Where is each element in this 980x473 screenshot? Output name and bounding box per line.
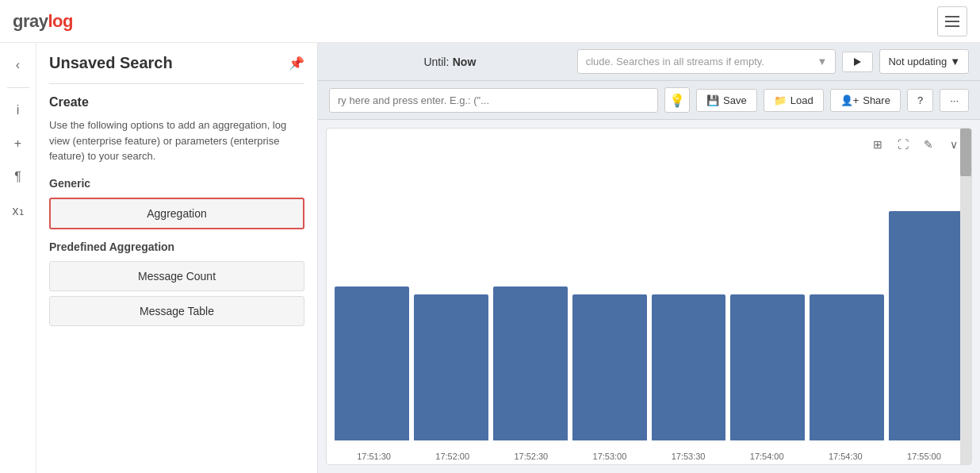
predefined-label: Predefined Aggregation [49,240,304,253]
x-axis-label: 17:52:30 [514,452,548,461]
navbar: graylog [0,0,980,43]
chart-bar [810,294,884,440]
x-axis-label: 17:54:00 [750,452,784,461]
bar-wrapper [889,160,963,440]
create-heading: Create [49,95,304,110]
scrollbar-right[interactable] [960,129,971,464]
chart-expand-button[interactable]: ⊞ [868,135,887,154]
chart-bar [572,294,647,440]
sidebar-title-text: Unsaved Search [49,54,173,72]
x-axis-label: 17:55:00 [907,452,941,461]
create-description: Use the following options to add an aggr… [49,117,304,164]
chart-area [335,160,963,440]
until-label: Until: [423,56,449,68]
chart-bar [652,294,726,440]
sidebar-panel: Unsaved Search 📌 Create Use the followin… [36,43,318,473]
back-button[interactable]: ‹ [4,51,33,79]
icon-bar-divider [7,87,29,88]
chart-edit-button[interactable]: ✎ [919,135,938,154]
add-button[interactable]: + [4,129,33,158]
pin-icon: 📌 [289,56,304,71]
chart-bar [414,294,488,440]
share-icon: 👤+ [840,94,859,106]
brand-log-text: log [48,11,73,32]
chart-bar [889,211,963,440]
more-label: ··· [950,94,959,106]
chart-toolbar: ⊞ ⛶ ✎ ∨ [868,135,963,154]
chart-bar [335,286,409,440]
info-button[interactable]: i [4,96,33,125]
hamburger-line-3 [945,25,959,27]
not-updating-button[interactable]: Not updating ▼ [879,49,969,74]
more-button[interactable]: ··· [940,89,969,112]
save-label: Save [723,94,747,106]
bulb-button[interactable]: 💡 [664,87,690,113]
streams-chevron-icon: ▼ [817,56,828,67]
chart-container: ⊞ ⛶ ✎ ∨ 17:51:3017:52:0017:52:3017:53:00… [326,128,972,465]
play-icon [854,58,861,66]
bar-wrapper [572,160,647,440]
generic-label: Generic [49,177,304,190]
hamburger-line-2 [945,21,959,22]
save-icon: 💾 [706,94,719,106]
save-button[interactable]: 💾 Save [696,89,757,112]
chart-bar [730,294,805,440]
x-axis-label: 17:53:00 [593,452,627,461]
bar-wrapper [652,160,726,440]
scrollbar-thumb [960,129,971,176]
x-axis-label: 17:52:00 [435,452,469,461]
load-button[interactable]: 📁 Load [764,89,824,112]
paragraph-button[interactable]: ¶ [4,163,33,191]
icon-bar: ‹ i + ¶ x₁ [0,43,36,473]
subscript-button[interactable]: x₁ [4,196,33,225]
hamburger-button[interactable] [937,6,967,37]
share-button[interactable]: 👤+ Share [830,89,901,112]
x-axis-label: 17:53:30 [672,452,706,461]
message-table-button[interactable]: Message Table [49,296,304,326]
main-layout: ‹ i + ¶ x₁ Unsaved Search 📌 Create Use t… [0,43,980,473]
chart-x-axis: 17:51:3017:52:0017:52:3017:53:0017:53:30… [335,452,963,461]
sidebar-title-row: Unsaved Search 📌 [49,54,304,72]
not-updating-label: Not updating [888,56,947,67]
search-header-bar: Until: Now clude. Searches in all stream… [318,43,980,81]
content-area: Until: Now clude. Searches in all stream… [318,43,980,473]
hamburger-line-1 [945,16,959,17]
help-button[interactable]: ? [907,89,933,112]
run-button[interactable] [842,52,873,72]
load-icon: 📁 [774,94,787,106]
load-label: Load [791,94,813,106]
search-bar: 💡 💾 Save 📁 Load 👤+ Share ? ··· [318,81,980,120]
chart-bar [493,286,568,440]
help-label: ? [917,94,923,106]
query-input[interactable] [329,88,658,113]
until-value: Now [453,56,477,68]
x-axis-label: 17:51:30 [357,452,391,461]
bar-wrapper [810,160,884,440]
streams-placeholder-text: clude. Searches in all streams if empty. [586,56,764,67]
x-axis-label: 17:54:30 [829,452,863,461]
chart-fullscreen-button[interactable]: ⛶ [894,135,913,154]
bar-wrapper [730,160,805,440]
aggregation-button[interactable]: Aggregation [49,198,304,229]
bar-wrapper [493,160,568,440]
streams-dropdown[interactable]: clude. Searches in all streams if empty.… [577,49,836,74]
brand-logo: graylog [13,11,73,32]
sidebar-divider [49,83,304,84]
bar-wrapper [335,160,409,440]
brand-gray-text: gray [13,11,48,32]
message-count-button[interactable]: Message Count [49,261,304,291]
bar-wrapper [414,160,488,440]
share-label: Share [863,94,890,106]
dropdown-arrow-icon: ▼ [950,56,960,67]
